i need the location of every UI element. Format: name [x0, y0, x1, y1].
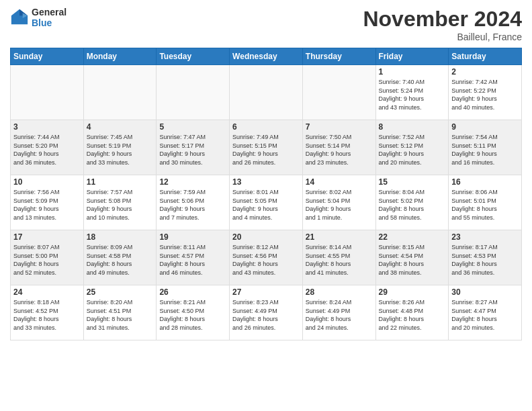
page-header: General Blue November 2024 Bailleul, Fra…	[10, 7, 522, 42]
calendar-cell: 8Sunrise: 7:52 AM Sunset: 5:12 PM Daylig…	[375, 120, 449, 175]
calendar-cell: 14Sunrise: 8:02 AM Sunset: 5:04 PM Dayli…	[302, 175, 375, 230]
calendar-cell: 19Sunrise: 8:11 AM Sunset: 4:57 PM Dayli…	[157, 230, 230, 285]
calendar-cell: 1Sunrise: 7:40 AM Sunset: 5:24 PM Daylig…	[375, 65, 449, 120]
col-sunday: Sunday	[11, 48, 84, 65]
calendar-cell: 17Sunrise: 8:07 AM Sunset: 5:00 PM Dayli…	[11, 230, 84, 285]
col-monday: Monday	[83, 48, 157, 65]
calendar-cell: 11Sunrise: 7:57 AM Sunset: 5:08 PM Dayli…	[83, 175, 157, 230]
col-thursday: Thursday	[302, 48, 375, 65]
calendar-cell: 7Sunrise: 7:50 AM Sunset: 5:14 PM Daylig…	[302, 120, 375, 175]
logo-text: General Blue	[32, 7, 66, 28]
calendar-cell: 5Sunrise: 7:47 AM Sunset: 5:17 PM Daylig…	[157, 120, 230, 175]
calendar-cell: 30Sunrise: 8:27 AM Sunset: 4:47 PM Dayli…	[449, 285, 522, 340]
logo: General Blue	[10, 7, 66, 28]
calendar-cell	[83, 65, 157, 120]
calendar-cell: 18Sunrise: 8:09 AM Sunset: 4:58 PM Dayli…	[83, 230, 157, 285]
calendar-cell	[11, 65, 84, 120]
col-tuesday: Tuesday	[157, 48, 230, 65]
calendar-cell: 24Sunrise: 8:18 AM Sunset: 4:52 PM Dayli…	[11, 285, 84, 340]
calendar-cell	[157, 65, 230, 120]
calendar-cell: 21Sunrise: 8:14 AM Sunset: 4:55 PM Dayli…	[302, 230, 375, 285]
calendar-cell	[302, 65, 375, 120]
calendar-cell: 23Sunrise: 8:17 AM Sunset: 4:53 PM Dayli…	[449, 230, 522, 285]
calendar-cell: 15Sunrise: 8:04 AM Sunset: 5:02 PM Dayli…	[375, 175, 449, 230]
calendar-cell: 9Sunrise: 7:54 AM Sunset: 5:11 PM Daylig…	[449, 120, 522, 175]
month-title: November 2024	[363, 7, 522, 32]
col-saturday: Saturday	[449, 48, 522, 65]
page-container: General Blue November 2024 Bailleul, Fra…	[0, 0, 532, 347]
calendar-header-row: Sunday Monday Tuesday Wednesday Thursday…	[11, 48, 522, 65]
calendar-cell	[230, 65, 303, 120]
calendar-cell: 16Sunrise: 8:06 AM Sunset: 5:01 PM Dayli…	[449, 175, 522, 230]
col-friday: Friday	[375, 48, 449, 65]
calendar-cell: 4Sunrise: 7:45 AM Sunset: 5:19 PM Daylig…	[83, 120, 157, 175]
logo-icon	[10, 8, 29, 27]
calendar-cell: 13Sunrise: 8:01 AM Sunset: 5:05 PM Dayli…	[230, 175, 303, 230]
calendar-cell: 29Sunrise: 8:26 AM Sunset: 4:48 PM Dayli…	[375, 285, 449, 340]
calendar-cell: 25Sunrise: 8:20 AM Sunset: 4:51 PM Dayli…	[83, 285, 157, 340]
location: Bailleul, France	[363, 32, 522, 42]
calendar-cell: 22Sunrise: 8:15 AM Sunset: 4:54 PM Dayli…	[375, 230, 449, 285]
title-area: November 2024 Bailleul, France	[363, 7, 522, 42]
calendar-cell: 20Sunrise: 8:12 AM Sunset: 4:56 PM Dayli…	[230, 230, 303, 285]
calendar-cell: 12Sunrise: 7:59 AM Sunset: 5:06 PM Dayli…	[157, 175, 230, 230]
calendar-cell: 28Sunrise: 8:24 AM Sunset: 4:49 PM Dayli…	[302, 285, 375, 340]
calendar-table: Sunday Monday Tuesday Wednesday Thursday…	[10, 48, 522, 340]
col-wednesday: Wednesday	[230, 48, 303, 65]
calendar-cell: 3Sunrise: 7:44 AM Sunset: 5:20 PM Daylig…	[11, 120, 84, 175]
calendar-cell: 27Sunrise: 8:23 AM Sunset: 4:49 PM Dayli…	[230, 285, 303, 340]
calendar-cell: 10Sunrise: 7:56 AM Sunset: 5:09 PM Dayli…	[11, 175, 84, 230]
calendar-cell: 26Sunrise: 8:21 AM Sunset: 4:50 PM Dayli…	[157, 285, 230, 340]
calendar-cell: 2Sunrise: 7:42 AM Sunset: 5:22 PM Daylig…	[449, 65, 522, 120]
calendar-cell: 6Sunrise: 7:49 AM Sunset: 5:15 PM Daylig…	[230, 120, 303, 175]
